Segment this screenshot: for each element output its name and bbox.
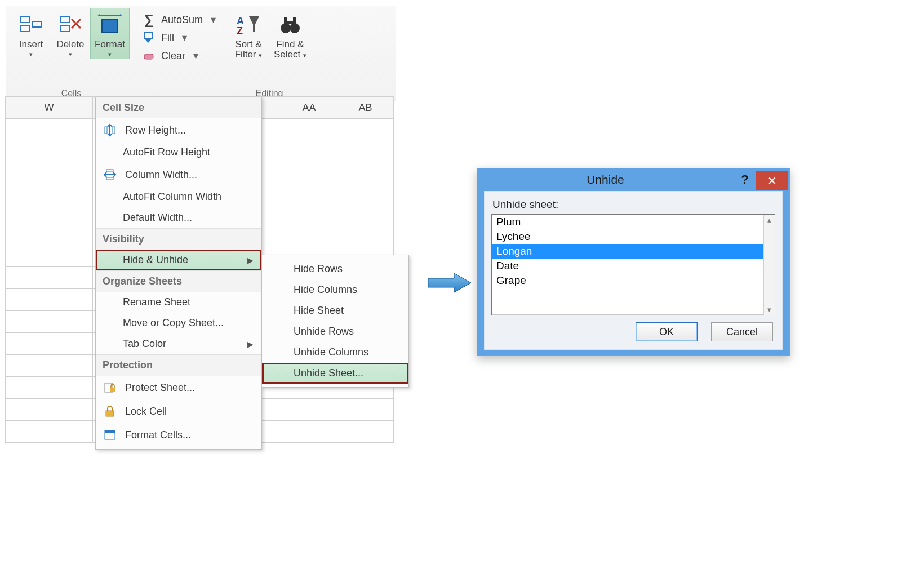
format-button[interactable]: Format ▾ [90, 8, 130, 59]
autosum-label: AutoSum [161, 14, 203, 26]
clear-button[interactable]: Clear ▾ [139, 47, 220, 64]
menu-section-visibility: Visibility [96, 228, 261, 250]
menu-row-height[interactable]: Row Height... [96, 118, 261, 142]
grid-cell[interactable] [337, 201, 394, 223]
menu-rename-sheet[interactable]: Rename Sheet [96, 292, 261, 313]
menu-default-width[interactable]: Default Width... [96, 207, 261, 228]
grid-cell[interactable] [5, 245, 93, 267]
row-height-icon [103, 123, 117, 137]
menu-autofit-row-height[interactable]: AutoFit Row Height [96, 142, 261, 163]
menu-autofit-column-width[interactable]: AutoFit Column Width [96, 186, 261, 207]
binoculars-icon [277, 11, 303, 37]
grid-cell[interactable] [5, 398, 93, 421]
listbox-item[interactable]: Longan [492, 244, 775, 259]
submenu-unhide-columns[interactable]: Unhide Columns [262, 342, 408, 363]
svg-text:A: A [237, 15, 244, 26]
grid-cell[interactable] [337, 135, 394, 157]
find-select-l1: Find & [276, 39, 304, 50]
scroll-down-icon: ▾ [767, 305, 771, 314]
fill-button[interactable]: Fill ▾ [139, 29, 220, 46]
submenu-arrow-icon: ▶ [247, 340, 254, 349]
grid-cell[interactable] [5, 157, 93, 179]
grid-cell[interactable] [5, 420, 93, 443]
grid-cell[interactable] [5, 332, 93, 355]
autosum-button[interactable]: ∑ AutoSum ▾ [139, 11, 220, 28]
dialog-title: Unhide [477, 173, 734, 186]
sigma-icon: ∑ [142, 13, 156, 26]
svg-rect-17 [284, 17, 287, 25]
submenu-unhide-rows[interactable]: Unhide Rows [262, 321, 408, 342]
submenu-hide-rows[interactable]: Hide Rows [262, 259, 408, 279]
menu-protect-sheet[interactable]: Protect Sheet... [96, 376, 261, 399]
menu-move-copy-sheet[interactable]: Move or Copy Sheet... [96, 313, 261, 334]
submenu-hide-sheet[interactable]: Hide Sheet [262, 300, 408, 321]
submenu-unhide-sheet[interactable]: Unhide Sheet... [262, 363, 408, 384]
submenu-arrow-icon: ▶ [247, 256, 254, 265]
listbox-item[interactable]: Plum [492, 215, 775, 229]
grid-cell[interactable] [5, 135, 93, 157]
grid-cell[interactable] [5, 310, 93, 333]
delete-button[interactable]: Delete ▾ [51, 8, 90, 59]
svg-rect-3 [60, 17, 69, 23]
help-button[interactable]: ? [734, 172, 756, 187]
grid-cell[interactable] [337, 398, 394, 421]
listbox-item[interactable]: Lychee [492, 229, 775, 244]
cancel-button[interactable]: Cancel [711, 322, 773, 341]
menu-format-cells[interactable]: Format Cells... [96, 423, 261, 447]
svg-rect-22 [106, 170, 113, 172]
grid-cell[interactable] [5, 118, 93, 135]
ribbon-cells-editing: Insert ▾ Delete ▾ Format ▾ [6, 6, 396, 101]
grid-cell[interactable] [337, 420, 394, 443]
grid-cell[interactable] [337, 223, 394, 245]
grid-cell[interactable] [337, 179, 394, 201]
insert-button[interactable]: Insert ▾ [11, 8, 51, 59]
grid-cell[interactable] [337, 118, 394, 135]
svg-marker-8 [120, 14, 122, 16]
menu-tab-color[interactable]: Tab Color▶ [96, 334, 261, 354]
grid-cell[interactable] [281, 157, 337, 179]
clear-label: Clear [161, 50, 185, 62]
protect-sheet-icon [103, 380, 117, 395]
listbox-item[interactable]: Date [492, 259, 775, 273]
sort-filter-l1: Sort & [235, 39, 261, 50]
svg-rect-26 [106, 411, 114, 416]
find-select-button[interactable]: Find &Select ▾ [269, 8, 311, 61]
grid-cell[interactable] [5, 266, 93, 289]
grid-cell[interactable] [5, 354, 93, 377]
svg-rect-4 [60, 26, 69, 32]
fill-label: Fill [161, 32, 174, 44]
grid-cell[interactable] [5, 179, 93, 201]
grid-cell[interactable] [281, 118, 337, 135]
grid-cell[interactable] [5, 288, 93, 311]
unhide-dialog: Unhide ? ✕ Unhide sheet: PlumLycheeLonga… [477, 168, 790, 356]
col-header-ab[interactable]: AB [337, 96, 394, 119]
svg-marker-14 [249, 16, 259, 32]
ok-button[interactable]: OK [636, 322, 698, 341]
listbox-item[interactable]: Grape [492, 273, 775, 288]
col-header-w[interactable]: W [5, 96, 93, 119]
grid-cell[interactable] [337, 157, 394, 179]
svg-rect-2 [32, 21, 41, 27]
grid-cell[interactable] [281, 398, 337, 421]
svg-rect-23 [106, 177, 113, 180]
dialog-titlebar[interactable]: Unhide ? ✕ [477, 168, 789, 191]
sort-filter-button[interactable]: AZ Sort &Filter ▾ [228, 8, 269, 61]
menu-hide-unhide[interactable]: Hide & Unhide ▶ [96, 250, 261, 270]
menu-section-cell-size: Cell Size [96, 97, 261, 118]
grid-cell[interactable] [281, 201, 337, 223]
menu-column-width[interactable]: Column Width... [96, 163, 261, 186]
grid-cell[interactable] [281, 420, 337, 443]
grid-cell[interactable] [5, 201, 93, 223]
grid-cell[interactable] [5, 376, 93, 399]
unhide-sheet-label: Unhide sheet: [492, 198, 775, 211]
submenu-hide-columns[interactable]: Hide Columns [262, 279, 408, 300]
grid-cell[interactable] [281, 135, 337, 157]
grid-cell[interactable] [281, 179, 337, 201]
col-header-aa[interactable]: AA [281, 96, 337, 119]
menu-lock-cell[interactable]: Lock Cell [96, 399, 261, 423]
unhide-sheet-listbox[interactable]: PlumLycheeLonganDateGrape ▴ ▾ [491, 214, 775, 315]
grid-cell[interactable] [281, 223, 337, 245]
listbox-scrollbar[interactable]: ▴ ▾ [763, 215, 775, 315]
grid-cell[interactable] [5, 223, 93, 245]
close-button[interactable]: ✕ [756, 171, 788, 190]
